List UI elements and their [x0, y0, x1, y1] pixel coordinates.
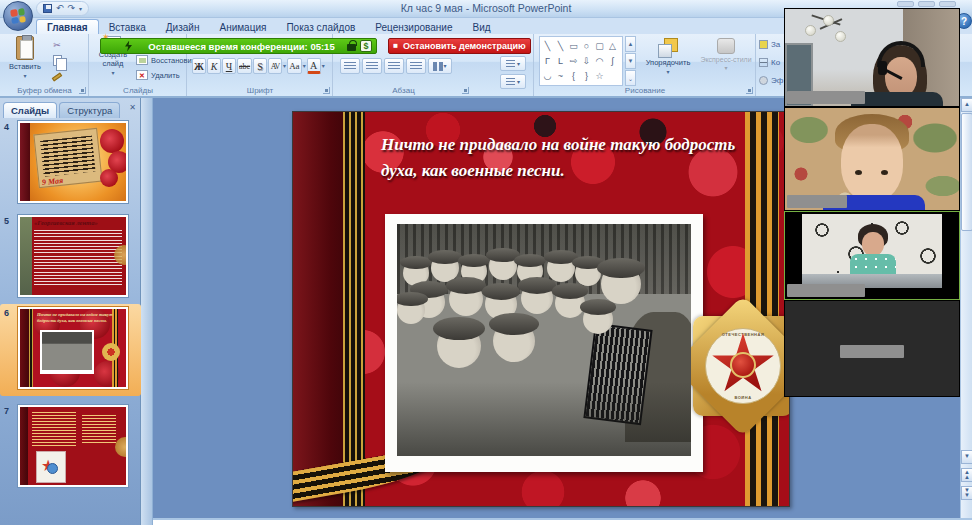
- format-painter-icon[interactable]: [49, 70, 65, 83]
- shape-icon[interactable]: Γ: [541, 53, 554, 68]
- underline-button[interactable]: Ч: [222, 58, 236, 74]
- shape-icon[interactable]: ʃ: [606, 53, 619, 68]
- columns-button[interactable]: ▾: [428, 58, 452, 74]
- slide-title-text[interactable]: Ничто не придавало на войне такую бодрос…: [381, 132, 753, 185]
- slide-thumbnail-5[interactable]: 5 «Георгиевская лента»: [0, 212, 141, 304]
- delete-slide-button[interactable]: ✕ Удалить: [136, 70, 180, 80]
- slides-panel: Слайды Структура ✕ 4 9 Мая 5 «Георгиевск…: [0, 98, 141, 525]
- clipboard-group-label: Буфер обмена: [1, 86, 88, 95]
- close-button[interactable]: [939, 1, 956, 7]
- participant-figure: [850, 254, 896, 276]
- dropdown-icon[interactable]: ▾: [322, 63, 325, 69]
- shape-icon[interactable]: ▭: [567, 38, 580, 53]
- strikethrough-button[interactable]: abc: [237, 58, 252, 74]
- shapes-gallery[interactable]: ╲ ╲ ▭ ○ ▢ △ Γ L ⇨ ⇩ ◠ ʃ ◡ ~ { } ☆: [539, 36, 623, 86]
- current-slide[interactable]: Ничто не придавало на войне такую бодрос…: [292, 111, 790, 507]
- photo-figure: [489, 252, 517, 280]
- shape-icon[interactable]: ☆: [593, 68, 606, 83]
- copy-icon[interactable]: [49, 54, 65, 67]
- tab-review[interactable]: Рецензирование: [365, 20, 462, 34]
- webcam-tile-teacher[interactable]: [784, 8, 960, 107]
- next-slide-button[interactable]: ▼▼: [961, 486, 972, 500]
- clipboard-dialog-launcher[interactable]: [79, 87, 86, 94]
- webcam-tile-boy[interactable]: [784, 107, 960, 211]
- justify-button[interactable]: [406, 58, 426, 74]
- slide-thumbnail-4[interactable]: 4 9 Мая: [0, 118, 141, 210]
- dropdown-icon[interactable]: ▾: [283, 63, 286, 69]
- participant-name-label: [840, 345, 904, 358]
- bold-button[interactable]: Ж: [192, 58, 206, 74]
- shape-icon[interactable]: ⇩: [580, 53, 593, 68]
- thumbnail-art: 9 Мая: [20, 123, 126, 201]
- stop-demo-button[interactable]: ■ Остановить демонстрацию: [388, 38, 531, 54]
- paste-icon: [16, 36, 34, 60]
- shape-icon[interactable]: △: [606, 38, 619, 53]
- shapes-down-icon[interactable]: ▼: [625, 53, 636, 69]
- font-dialog-launcher[interactable]: [323, 87, 330, 94]
- office-button[interactable]: [3, 1, 33, 31]
- shape-icon[interactable]: ~: [554, 68, 567, 83]
- conference-timer-bar: Оставшееся время конференции: 05:15 $: [100, 38, 377, 54]
- webcam-tile-child-active[interactable]: [784, 211, 960, 300]
- video-conference-panel: [784, 8, 960, 398]
- tab-slideshow[interactable]: Показ слайдов: [276, 20, 365, 34]
- tab-animation[interactable]: Анимация: [209, 20, 276, 34]
- shape-icon[interactable]: L: [554, 53, 567, 68]
- drawing-dialog-launcher[interactable]: [746, 87, 753, 94]
- thumbnail-title: Ничто не придавало на войне такую бодрос…: [37, 312, 115, 323]
- minimize-button[interactable]: [897, 1, 914, 7]
- panel-tab-slides[interactable]: Слайды: [3, 102, 57, 118]
- shape-icon[interactable]: ◡: [541, 68, 554, 83]
- align-center-button[interactable]: [362, 58, 382, 74]
- shapes-more-icon[interactable]: ⌄: [625, 70, 636, 86]
- shape-icon[interactable]: ⇨: [567, 53, 580, 68]
- shape-icon[interactable]: {: [567, 68, 580, 83]
- smartart-convert-button[interactable]: ▾: [500, 74, 526, 89]
- participant-figure: [855, 170, 862, 175]
- align-text-button[interactable]: ▾: [500, 56, 526, 71]
- restore-button[interactable]: [918, 1, 935, 7]
- paragraph-dialog-launcher[interactable]: [462, 87, 469, 94]
- scrollbar-thumb[interactable]: [961, 113, 972, 231]
- cut-icon[interactable]: ✂: [49, 38, 65, 51]
- tab-home[interactable]: Главная: [36, 19, 99, 34]
- notes-pane-edge[interactable]: [153, 518, 972, 525]
- text-shadow-button[interactable]: S: [253, 58, 267, 74]
- shape-icon[interactable]: ◠: [593, 53, 606, 68]
- tab-view[interactable]: Вид: [463, 20, 501, 34]
- slide-thumbnail-6-selected[interactable]: 6 Ничто не придавало на войне такую бодр…: [0, 304, 141, 396]
- shape-icon[interactable]: ╲: [554, 38, 567, 53]
- vertical-scrollbar[interactable]: ▲ ▼ ▲▲ ▼▼: [960, 98, 972, 518]
- quick-styles-button[interactable]: Экспресс-стили ▾: [699, 38, 753, 71]
- scroll-down-button[interactable]: ▼: [961, 450, 972, 464]
- panel-tab-outline[interactable]: Структура: [59, 102, 120, 118]
- align-left-button[interactable]: [340, 58, 360, 74]
- previous-slide-button[interactable]: ▲▲: [961, 468, 972, 482]
- shape-icon[interactable]: }: [580, 68, 593, 83]
- paste-button[interactable]: Вставить ▾: [7, 36, 43, 79]
- scroll-up-button[interactable]: ▲: [961, 98, 972, 112]
- dropdown-icon[interactable]: ▾: [303, 63, 306, 69]
- patriotic-war-order-medal: ОТЕЧЕСТВЕННАЯ ВОЙНА: [678, 296, 790, 436]
- panel-splitter[interactable]: [141, 98, 153, 525]
- align-right-button[interactable]: [384, 58, 404, 74]
- webcam-tile-camera-off[interactable]: [784, 300, 960, 397]
- tab-design[interactable]: Дизайн: [156, 20, 210, 34]
- arrange-button[interactable]: Упорядочить ▾: [639, 38, 697, 75]
- participant-figure: [841, 124, 903, 202]
- photo-figure: [521, 282, 553, 314]
- character-spacing-button[interactable]: AV: [268, 58, 282, 74]
- photo-frame[interactable]: [385, 214, 703, 472]
- italic-button[interactable]: К: [207, 58, 221, 74]
- change-case-button[interactable]: Aa: [287, 58, 302, 74]
- shape-icon[interactable]: ╲: [541, 38, 554, 53]
- medal-text-bottom: ВОЙНА: [706, 395, 780, 400]
- shapes-up-icon[interactable]: ▲: [625, 36, 636, 52]
- slide-thumbnail-7[interactable]: 7: [0, 402, 141, 494]
- font-color-button[interactable]: А: [307, 58, 321, 74]
- shape-icon[interactable]: ○: [580, 38, 593, 53]
- panel-close-icon[interactable]: ✕: [129, 103, 136, 112]
- shapes-scroll: ▲ ▼ ⌄: [625, 36, 636, 86]
- group-drawing: ╲ ╲ ▭ ○ ▢ △ Γ L ⇨ ⇩ ◠ ʃ ◡ ~ { } ☆ ▲ ▼: [535, 34, 756, 96]
- shape-icon[interactable]: ▢: [593, 38, 606, 53]
